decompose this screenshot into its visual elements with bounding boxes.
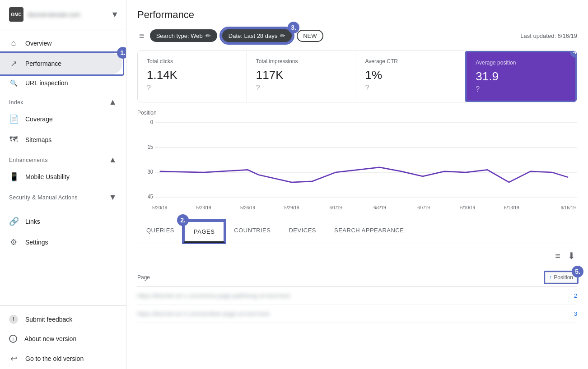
filter-button[interactable]: ≡ [137, 29, 146, 43]
help-icon[interactable]: ? [147, 84, 151, 92]
position-chart: 0 15 30 45 5/20/19 5/23/19 5/26/19 5/29/… [137, 118, 577, 217]
home-icon: ⌂ [9, 38, 18, 48]
table-toolbar: ≡ ⬇ [137, 243, 577, 268]
security-section-label: Security & Manual Actions [9, 194, 78, 201]
table-row: https://blurred-url-1.com/some-page-path… [137, 287, 577, 305]
enhancements-section-items: 📱 Mobile Usability [0, 166, 126, 187]
metric-value: 117K [256, 68, 347, 82]
sidebar-item-label: URL inspection [25, 79, 68, 87]
chart-svg: 0 15 30 45 5/20/19 5/23/19 5/26/19 5/29/… [137, 118, 577, 217]
metric-total-clicks[interactable]: Total clicks 1.14K ? [138, 51, 247, 102]
table-header-row: Page ↑ Position 5. [137, 268, 577, 287]
security-section-header[interactable]: Security & Manual Actions ▼ [0, 187, 126, 204]
help-icon[interactable]: ? [256, 84, 260, 92]
download-icon-button[interactable]: ⬇ [566, 249, 577, 263]
metric-label: Average position [476, 60, 566, 66]
page-header: Performance ≡ Search type: Web ✏ Date: L… [126, 0, 588, 51]
page-title: Performance [137, 9, 577, 21]
sidebar-item-links[interactable]: 🔗 Links [0, 211, 122, 232]
metric-total-impressions[interactable]: Total impressions 117K ? [247, 51, 356, 102]
tab-search-appearance[interactable]: SEARCH APPEARANCE [325, 221, 413, 243]
col-position-header[interactable]: ↑ Position 5. [501, 268, 577, 287]
sitemaps-icon: 🗺 [9, 135, 18, 144]
metric-label: Total clicks [147, 58, 238, 65]
tab-devices[interactable]: DEVICES [280, 221, 325, 243]
svg-text:30: 30 [148, 169, 153, 175]
edit-icon: ✏ [205, 32, 211, 39]
enhancements-section-label: Enhancements [9, 157, 48, 163]
sidebar-item-performance[interactable]: ↗ Performance 1. [0, 53, 122, 74]
position-sort-header[interactable]: ↑ Position [545, 272, 577, 283]
metric-label: Average CTR [365, 58, 456, 65]
tab-countries[interactable]: COUNTRIES [225, 221, 280, 243]
sidebar-footer: ! Submit feedback i About new version ↩ … [0, 305, 126, 369]
sidebar-item-label: Go to the old version [25, 355, 84, 362]
sidebar-item-settings[interactable]: ⚙ Settings [0, 232, 122, 253]
sidebar-item-overview[interactable]: ⌂ Overview [0, 33, 122, 53]
old-version-icon: ↩ [9, 354, 18, 364]
sidebar-item-label: Settings [25, 239, 48, 246]
svg-text:0: 0 [150, 120, 153, 125]
toolbar: ≡ Search type: Web ✏ Date: Last 28 days … [137, 28, 577, 43]
table-body: https://blurred-url-1.com/some-page-path… [137, 287, 577, 323]
svg-text:5/20/19: 5/20/19 [152, 205, 167, 211]
trending-icon: ↗ [9, 59, 18, 69]
metric-average-position[interactable]: 4. Average position 31.9 ? [465, 51, 577, 102]
edit-icon: ✏ [280, 32, 285, 39]
sidebar-logo[interactable]: GMC blurred-domain.com ▼ [0, 0, 126, 29]
index-section-header[interactable]: Index ▲ [0, 92, 126, 109]
sidebar-item-sitemaps[interactable]: 🗺 Sitemaps [0, 129, 122, 150]
row-url: https://blurred-url-1.com/some-page-path… [137, 287, 501, 305]
index-section-items: 📄 Coverage 🗺 Sitemaps [0, 109, 126, 150]
help-icon[interactable]: ? [476, 85, 480, 93]
sidebar-item-label: Coverage [25, 115, 53, 123]
sidebar-item-label: Links [25, 218, 40, 225]
table-area: ≡ ⬇ Page ↑ Position [126, 243, 588, 323]
row-position: 2 [501, 287, 577, 305]
tabs-row: QUERIES PAGES 2. COUNTRIES DEVICES SEARC… [137, 221, 577, 243]
svg-text:6/4/19: 6/4/19 [373, 205, 386, 211]
sidebar: GMC blurred-domain.com ▼ ⌂ Overview ↗ Pe… [0, 0, 126, 369]
svg-text:5/26/19: 5/26/19 [240, 205, 255, 211]
svg-text:6/10/19: 6/10/19 [460, 205, 475, 211]
tab-pages[interactable]: PAGES [183, 221, 225, 243]
filter-icon-button[interactable]: ≡ [553, 249, 562, 263]
date-chip[interactable]: Date: Last 28 days ✏ [221, 28, 293, 43]
tab-pages-wrapper: PAGES 2. [183, 221, 225, 243]
svg-text:6/7/19: 6/7/19 [417, 205, 430, 211]
svg-text:5/29/19: 5/29/19 [284, 205, 299, 211]
settings-icon: ⚙ [9, 237, 18, 247]
sidebar-item-label: Overview [25, 40, 51, 47]
metric-value: 1.14K [147, 68, 238, 82]
sidebar-item-go-to-old-version[interactable]: ↩ Go to the old version [0, 348, 122, 369]
metric-label: Total impressions [256, 58, 347, 65]
svg-text:45: 45 [148, 194, 153, 200]
search-type-chip[interactable]: Search type: Web ✏ [150, 29, 217, 42]
main-content: Performance ≡ Search type: Web ✏ Date: L… [126, 0, 588, 369]
sidebar-item-mobile-usability[interactable]: 📱 Mobile Usability [0, 166, 122, 187]
metric-average-ctr[interactable]: Average CTR 1% ? [356, 51, 466, 102]
new-button[interactable]: NEW [297, 30, 323, 42]
chevron-up-icon: ▲ [109, 97, 117, 107]
sidebar-item-label: Performance [25, 60, 61, 67]
chevron-down-icon: ▼ [109, 193, 117, 202]
feedback-icon: ! [9, 315, 18, 324]
sidebar-item-coverage[interactable]: 📄 Coverage [0, 109, 122, 129]
sidebar-item-url-inspection[interactable]: 🔍 URL inspection [0, 74, 122, 92]
domain-label: blurred-domain.com [28, 11, 106, 18]
metric-value: 31.9 [476, 69, 566, 83]
sidebar-item-about-new-version[interactable]: i About new version [0, 329, 122, 348]
col-page-header: Page [137, 268, 501, 287]
bottom-nav: 🔗 Links ⚙ Settings [0, 211, 126, 253]
sidebar-item-submit-feedback[interactable]: ! Submit feedback [0, 309, 122, 329]
last-updated-label: Last updated: 6/16/19 [520, 32, 577, 39]
search-icon: 🔍 [9, 79, 18, 87]
metric-value: 1% [365, 68, 456, 82]
chevron-down-icon[interactable]: ▼ [111, 10, 119, 19]
help-icon[interactable]: ? [365, 84, 369, 92]
tab-queries[interactable]: QUERIES [137, 221, 183, 243]
enhancements-section-header[interactable]: Enhancements ▲ [0, 150, 126, 166]
data-table: Page ↑ Position 5. [137, 268, 577, 323]
links-icon: 🔗 [9, 217, 18, 226]
svg-text:15: 15 [148, 144, 153, 150]
